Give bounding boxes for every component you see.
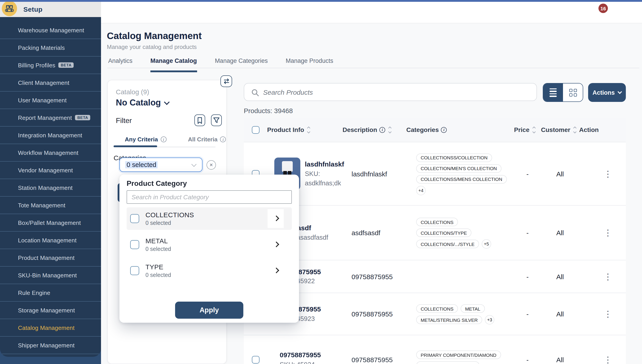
category-option-metal[interactable]: METAL0 selected xyxy=(126,234,292,256)
row-checkbox[interactable] xyxy=(252,356,259,364)
funnel-icon xyxy=(213,117,220,124)
sidebar-item-label: Shipper Management xyxy=(18,342,74,348)
tab-manage-products[interactable]: Manage Products xyxy=(286,58,333,72)
sidebar-item-label: Tote Management xyxy=(18,202,65,208)
product-search-input[interactable] xyxy=(263,84,532,100)
category-overflow-badge: +3 xyxy=(485,315,494,324)
sidebar-item-label: Vendor Management xyxy=(18,167,73,174)
category-search-input[interactable] xyxy=(126,190,292,204)
category-chip: COLLECTIONS/.../STYLE xyxy=(416,240,479,248)
categories-select[interactable]: 0 selected xyxy=(120,158,202,172)
category-option-type[interactable]: TYPE0 selected xyxy=(126,260,292,282)
column-header-customer[interactable]: Customer xyxy=(541,126,579,133)
beta-badge: BETA xyxy=(75,115,90,120)
grid-view-button[interactable] xyxy=(563,84,583,102)
saved-filters-button[interactable] xyxy=(194,114,205,126)
product-categories: PRIMARY COMPONENT/DIAMONDCOLLECTIONS/...… xyxy=(406,335,514,364)
info-icon: i xyxy=(441,127,447,133)
sidebar-item-report-management[interactable]: Report ManagementBETA xyxy=(0,109,101,126)
sidebar-item-catalog-management[interactable]: Catalog Management xyxy=(0,319,101,336)
product-info-cell: 09758875955SKU: 45924 xyxy=(267,335,342,364)
sort-icon[interactable] xyxy=(308,127,310,133)
checkbox[interactable] xyxy=(130,214,139,223)
row-actions-kebab-icon[interactable]: ⋮ xyxy=(604,228,612,237)
clear-selection-button[interactable]: ✕ xyxy=(206,160,216,170)
sort-icon[interactable] xyxy=(389,127,391,133)
chevron-right-icon[interactable] xyxy=(274,242,279,247)
actions-label: Actions xyxy=(592,89,614,96)
sidebar-item-label: User Management xyxy=(18,97,67,104)
tab-any-criteria[interactable]: Any Criteria i xyxy=(125,136,166,143)
sidebar-item-rule-engine[interactable]: Rule Engine xyxy=(0,284,101,302)
select-all-checkbox[interactable] xyxy=(252,126,259,134)
column-label: Categories xyxy=(406,126,439,133)
column-header-product-info[interactable]: Product Info xyxy=(267,126,342,133)
chevron-right-icon[interactable] xyxy=(274,268,279,273)
product-customer: All xyxy=(541,335,579,364)
tab-analytics[interactable]: Analytics xyxy=(108,58,132,72)
page-title: Catalog Management xyxy=(107,30,202,41)
product-categories: COLLECTIONSMETALMETAL/STERLING SILVER+3 xyxy=(406,293,514,335)
tab-all-criteria[interactable]: All Criteria i xyxy=(188,136,226,143)
conveyor-logo-icon[interactable] xyxy=(2,1,17,16)
sidebar-item-user-management[interactable]: User Management xyxy=(0,92,101,109)
row-actions-kebab-icon[interactable]: ⋮ xyxy=(604,272,612,281)
column-header-price[interactable]: Price xyxy=(514,126,541,133)
category-chip: COLLECTIONSS/MENS COLLECTION xyxy=(416,175,507,183)
category-chip: COLLECTIONS xyxy=(416,218,458,226)
page-tabs: AnalyticsManage CatalogManage Categories… xyxy=(108,58,333,72)
row-actions-kebab-icon[interactable]: ⋮ xyxy=(604,170,612,178)
sidebar-item-label: Box/Pallet Management xyxy=(18,219,81,226)
sidebar-item-sku-bin-management[interactable]: SKU-Bin Management xyxy=(0,266,101,284)
product-search xyxy=(244,83,537,101)
sidebar-item-storage-management[interactable]: Storage Management xyxy=(0,302,101,319)
column-label: Description xyxy=(342,126,377,133)
table-row: 09758875955SKU: 4592209758875955-All⋮ xyxy=(244,260,626,293)
row-actions-kebab-icon[interactable]: ⋮ xyxy=(604,356,612,364)
sidebar-item-warehouse-management[interactable]: Warehouse Management xyxy=(0,22,101,39)
info-icon: i xyxy=(160,136,166,142)
catalog-select[interactable]: No Catalog xyxy=(116,98,169,108)
criteria-active-underline xyxy=(114,146,157,147)
filter-button[interactable] xyxy=(211,114,222,126)
tab-manage-categories[interactable]: Manage Categories xyxy=(215,58,268,72)
products-count: Products: 39468 xyxy=(244,107,293,114)
row-actions-kebab-icon[interactable]: ⋮ xyxy=(604,310,612,318)
collapse-panel-icon[interactable] xyxy=(220,76,232,87)
category-option-collections[interactable]: COLLECTIONS0 selected xyxy=(126,207,292,230)
view-toggle xyxy=(543,83,583,102)
list-view-button[interactable] xyxy=(543,84,563,102)
sidebar-item-box-pallet-management[interactable]: Box/Pallet Management xyxy=(0,214,101,232)
category-options: COLLECTIONS0 selectedMETAL0 selectedTYPE… xyxy=(126,207,292,286)
sidebar-item-workflow-management[interactable]: Workflow Management xyxy=(0,144,101,162)
checkbox[interactable] xyxy=(130,266,139,275)
actions-button[interactable]: Actions xyxy=(588,83,626,102)
sidebar-item-station-management[interactable]: Station Management xyxy=(0,179,101,196)
apply-button[interactable]: Apply xyxy=(175,302,243,319)
sort-icon[interactable] xyxy=(533,127,535,133)
sidebar-item-billing-profiles[interactable]: Billing ProfilesBETA xyxy=(0,56,101,74)
sidebar-item-label: Product Management xyxy=(18,254,74,261)
product-sku: SKU: 45924 xyxy=(280,360,321,364)
sidebar-item-location-management[interactable]: Location Management xyxy=(0,232,101,249)
sidebar-item-label: Rule Engine xyxy=(18,289,50,296)
tab-manage-catalog[interactable]: Manage Catalog xyxy=(150,58,197,72)
column-header-description[interactable]: Descriptioni xyxy=(342,126,406,133)
sidebar-item-label: SKU-Bin Management xyxy=(18,272,77,278)
sidebar-item-tote-management[interactable]: Tote Management xyxy=(0,196,101,214)
sort-icon[interactable] xyxy=(574,127,576,133)
info-icon: i xyxy=(220,136,226,142)
sidebar-item-integration-management[interactable]: Integration Management xyxy=(0,126,101,144)
sidebar-item-client-management[interactable]: Client Management xyxy=(0,74,101,92)
sidebar: Setup Warehouse ManagementPacking Materi… xyxy=(0,2,101,357)
category-overflow-badge: +5 xyxy=(482,239,491,249)
sidebar-item-label: Integration Management xyxy=(18,132,82,138)
table-row: lasdhfnlaskfSKU: asdklfnas;dklasdhfnlask… xyxy=(244,142,626,206)
sidebar-item-shipper-management[interactable]: Shipper Management xyxy=(0,336,101,354)
filter-label: Filter xyxy=(116,117,132,125)
sidebar-item-product-management[interactable]: Product Management xyxy=(0,249,101,266)
notification-count-badge: 16 xyxy=(598,4,608,13)
sidebar-item-packing-materials[interactable]: Packing Materials xyxy=(0,39,101,56)
checkbox[interactable] xyxy=(130,240,139,249)
sidebar-item-vendor-management[interactable]: Vendor Management xyxy=(0,162,101,179)
